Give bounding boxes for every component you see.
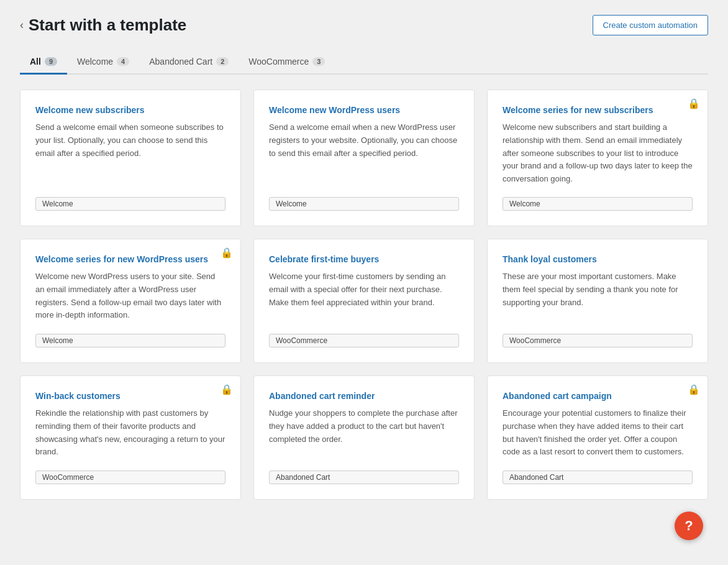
card-tag: Welcome <box>269 197 459 211</box>
lock-icon: 🔒 <box>688 98 700 109</box>
help-button[interactable]: ? <box>675 512 703 540</box>
card-description: Welcome new subscribers and start buildi… <box>503 121 693 186</box>
create-custom-automation-button[interactable]: Create custom automation <box>593 15 708 35</box>
card-welcome-new-subscribers[interactable]: Welcome new subscribers Send a welcome e… <box>20 90 241 226</box>
card-welcome-series-wordpress-users[interactable]: 🔒 Welcome series for new WordPress users… <box>20 239 241 363</box>
card-celebrate-first-time-buyers[interactable]: Celebrate first-time buyers Welcome your… <box>253 239 475 363</box>
card-description: Rekindle the relationship with past cust… <box>35 407 225 459</box>
tab-badge: 3 <box>312 57 325 66</box>
card-description: Welcome new WordPress users to your site… <box>35 270 225 322</box>
tab-badge: 4 <box>117 57 129 66</box>
page-container: ‹ Start with a template Create custom au… <box>0 0 728 515</box>
back-title: ‹ Start with a template <box>20 16 186 35</box>
tabs-bar: All 9Welcome 4Abandoned Cart 2WooCommerc… <box>20 50 708 75</box>
tab-woocommerce[interactable]: WooCommerce 3 <box>239 50 335 75</box>
card-welcome-new-wordpress-users[interactable]: Welcome new WordPress users Send a welco… <box>253 90 475 226</box>
tab-badge: 2 <box>216 57 229 66</box>
card-title: Abandoned cart reminder <box>269 391 459 401</box>
tab-label: All <box>30 57 41 67</box>
card-description: Encourage your potential customers to fi… <box>503 407 693 459</box>
card-description: These are your most important customers.… <box>503 270 693 309</box>
card-win-back-customers[interactable]: 🔒 Win-back customers Rekindle the relati… <box>20 375 241 500</box>
card-description: Nudge your shoppers to complete the purc… <box>269 407 459 446</box>
lock-icon: 🔒 <box>688 384 700 395</box>
card-description: Send a welcome email when someone subscr… <box>35 121 225 160</box>
tab-abandoned-cart[interactable]: Abandoned Cart 2 <box>139 50 239 75</box>
lock-icon: 🔒 <box>221 384 233 395</box>
card-title: Celebrate first-time buyers <box>269 254 459 264</box>
card-tag: Abandoned Cart <box>503 471 693 484</box>
card-abandoned-cart-campaign[interactable]: 🔒 Abandoned cart campaign Encourage your… <box>487 375 708 500</box>
cards-grid: Welcome new subscribers Send a welcome e… <box>20 90 708 500</box>
lock-icon: 🔒 <box>221 247 233 259</box>
header: ‹ Start with a template Create custom au… <box>20 15 708 35</box>
card-thank-loyal-customers[interactable]: Thank loyal customers These are your mos… <box>487 239 708 363</box>
tab-label: Welcome <box>77 57 113 67</box>
card-tag: WooCommerce <box>35 471 225 484</box>
card-description: Welcome your first-time customers by sen… <box>269 270 459 309</box>
card-tag: Abandoned Cart <box>269 471 459 484</box>
card-title: Win-back customers <box>35 391 225 401</box>
card-title: Welcome new WordPress users <box>269 105 459 115</box>
card-tag: Welcome <box>35 334 225 347</box>
card-title: Thank loyal customers <box>503 254 693 264</box>
card-welcome-series-new-subscribers[interactable]: 🔒 Welcome series for new subscribers Wel… <box>487 90 708 226</box>
card-tag: WooCommerce <box>503 334 693 347</box>
tab-welcome[interactable]: Welcome 4 <box>67 50 139 75</box>
page-title: Start with a template <box>29 16 186 35</box>
card-description: Send a welcome email when a new WordPres… <box>269 121 459 160</box>
card-tag: Welcome <box>35 197 225 211</box>
card-tag: WooCommerce <box>269 334 459 347</box>
tab-badge: 9 <box>45 57 57 66</box>
card-title: Welcome new subscribers <box>35 105 225 115</box>
card-tag: Welcome <box>503 197 693 211</box>
tab-all[interactable]: All 9 <box>20 50 67 75</box>
tab-label: Abandoned Cart <box>149 57 212 67</box>
card-abandoned-cart-reminder[interactable]: Abandoned cart reminder Nudge your shopp… <box>253 375 475 500</box>
tab-label: WooCommerce <box>248 57 309 67</box>
back-arrow[interactable]: ‹ <box>20 19 24 32</box>
card-title: Welcome series for new subscribers <box>503 105 693 115</box>
card-title: Welcome series for new WordPress users <box>35 254 225 264</box>
card-title: Abandoned cart campaign <box>503 391 693 401</box>
